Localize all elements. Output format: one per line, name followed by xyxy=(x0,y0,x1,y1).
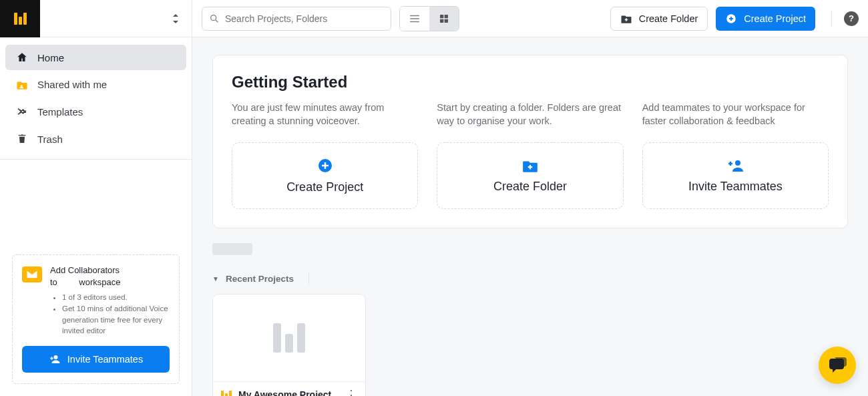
mail-icon xyxy=(22,266,42,282)
project-thumbnail xyxy=(213,294,365,381)
svg-rect-4 xyxy=(445,15,448,18)
create-folder-label: Create Folder xyxy=(639,13,698,24)
chat-fab[interactable] xyxy=(819,347,856,384)
grid-icon xyxy=(439,13,449,24)
collab-bullet: 1 of 3 editors used. xyxy=(62,292,170,303)
invite-teammates-button[interactable]: Invite Teammates xyxy=(22,346,170,373)
svg-rect-6 xyxy=(445,19,448,22)
project-name: My Awesome Project xyxy=(238,389,339,396)
topbar: Create Folder Create Project ? xyxy=(192,0,868,37)
gs-tile-label: Create Folder xyxy=(493,180,567,194)
app-logo[interactable] xyxy=(0,0,40,37)
gs-tile-label: Invite Teammates xyxy=(688,180,783,194)
recent-projects-label: Recent Projects xyxy=(226,274,294,284)
workspace-switcher[interactable] xyxy=(40,0,192,37)
search-input[interactable] xyxy=(225,13,384,24)
sidebar-item-trash[interactable]: Trash xyxy=(5,126,186,152)
sidebar-item-label: Home xyxy=(37,52,64,63)
project-menu-button[interactable]: ⋮ xyxy=(345,389,357,396)
chevron-up-down-icon xyxy=(172,13,180,24)
getting-started-card: Getting Started You are just few minutes… xyxy=(212,55,848,228)
getting-started-title: Getting Started xyxy=(232,73,829,91)
gs-tile-create-project[interactable]: Create Project xyxy=(232,142,418,209)
sidebar-item-label: Templates xyxy=(37,106,83,118)
folder-plus-icon xyxy=(620,13,632,24)
collab-title-line1: Add Collaborators xyxy=(50,265,120,275)
search-icon xyxy=(209,13,220,24)
project-card[interactable]: My Awesome Project ⋮ xyxy=(212,294,366,396)
gs-desc-invite: Add teammates to your workspace for fast… xyxy=(642,101,829,130)
sidebar-item-shared[interactable]: Shared with me xyxy=(5,72,186,97)
list-view-toggle[interactable] xyxy=(400,7,429,31)
sidebar-item-templates[interactable]: Templates xyxy=(5,99,186,124)
collab-title-line2-prefix: to xyxy=(50,277,57,287)
person-add-icon xyxy=(49,354,61,365)
collaborators-card: Add Collaborators to workspace 1 of 3 ed… xyxy=(12,254,180,384)
person-add-icon xyxy=(726,158,744,173)
gs-tile-invite-teammates[interactable]: Invite Teammates xyxy=(642,142,829,209)
sidebar-item-home[interactable]: Home xyxy=(5,45,186,70)
svg-point-2 xyxy=(211,15,216,20)
folder-plus-icon xyxy=(521,158,539,173)
create-project-label: Create Project xyxy=(744,13,806,24)
collab-title-line2-suffix: workspace xyxy=(79,277,120,287)
create-project-button[interactable]: Create Project xyxy=(716,7,815,31)
plus-circle-icon xyxy=(317,158,333,174)
collab-bullet: Get 10 mins of additional Voice generati… xyxy=(62,303,170,337)
svg-rect-5 xyxy=(440,19,443,22)
shared-folder-icon xyxy=(16,79,28,90)
gs-tile-label: Create Project xyxy=(286,180,363,194)
grid-view-toggle[interactable] xyxy=(429,7,459,31)
svg-point-9 xyxy=(735,160,740,166)
svg-rect-3 xyxy=(440,15,443,18)
trash-icon xyxy=(16,133,28,145)
chat-icon xyxy=(828,357,847,374)
svg-point-1 xyxy=(53,355,57,359)
help-button[interactable]: ? xyxy=(844,11,859,26)
chevron-down-icon: ▼ xyxy=(212,275,219,282)
svg-point-0 xyxy=(21,85,23,87)
invite-button-label: Invite Teammates xyxy=(67,354,143,365)
sidebar-item-label: Trash xyxy=(37,134,63,145)
plus-circle-icon xyxy=(725,13,737,25)
templates-icon xyxy=(16,106,28,118)
create-folder-button[interactable]: Create Folder xyxy=(610,7,708,31)
list-icon xyxy=(409,14,421,23)
home-icon xyxy=(16,51,28,63)
gs-desc-create-project: You are just few minutes away from creat… xyxy=(232,101,418,130)
recent-projects-header[interactable]: ▼ Recent Projects xyxy=(212,272,848,284)
project-type-icon xyxy=(221,391,232,397)
search-input-wrapper[interactable] xyxy=(202,7,391,31)
gs-tile-create-folder[interactable]: Create Folder xyxy=(437,142,623,209)
sidebar: Home Shared with me Templates Trash xyxy=(0,0,192,396)
sidebar-item-label: Shared with me xyxy=(37,79,107,90)
loading-skeleton xyxy=(212,243,252,255)
gs-desc-create-folder: Start by creating a folder. Folders are … xyxy=(437,101,623,130)
